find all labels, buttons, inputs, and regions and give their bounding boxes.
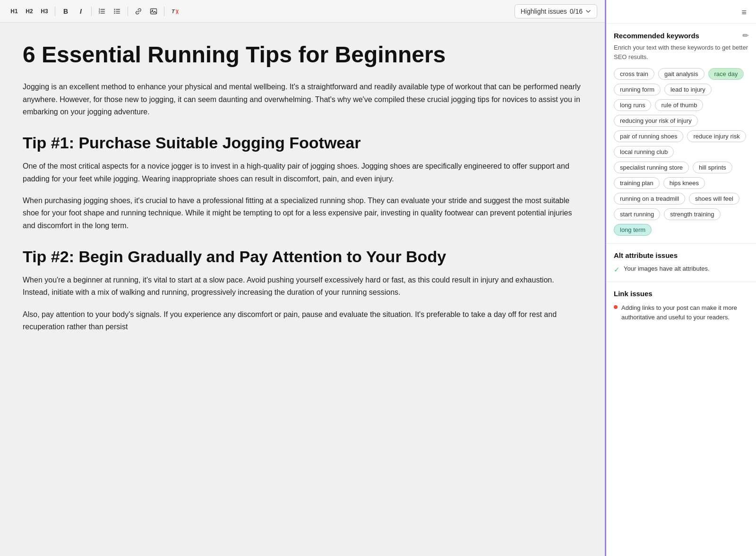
svg-rect-8 <box>116 13 120 14</box>
svg-rect-2 <box>101 13 105 14</box>
svg-point-10 <box>114 10 115 11</box>
keyword-tag[interactable]: reducing your risk of injury <box>614 115 698 127</box>
svg-rect-1 <box>101 11 105 12</box>
keyword-tag[interactable]: local running club <box>614 146 674 158</box>
toolbar: H1 H2 H3 B I 1. 2. 3. <box>0 0 605 23</box>
toolbar-left: H1 H2 H3 B I 1. 2. 3. <box>8 5 181 18</box>
link-issues-section: Link issues Adding links to your post ca… <box>606 282 756 329</box>
link-issue-text: Adding links to your post can make it mo… <box>621 303 748 322</box>
italic-button[interactable]: I <box>74 5 87 18</box>
h1-button[interactable]: H1 <box>8 5 21 18</box>
svg-point-11 <box>114 12 115 13</box>
keyword-tag[interactable]: specialist running store <box>614 162 689 173</box>
image-button[interactable] <box>147 5 160 18</box>
ordered-list-button[interactable]: 1. 2. 3. <box>95 5 109 18</box>
chevron-down-icon <box>585 9 591 14</box>
sidebar-menu-button[interactable]: ≡ <box>739 6 748 19</box>
keyword-tag[interactable]: rule of thumb <box>655 99 703 111</box>
toolbar-divider-3 <box>128 7 128 16</box>
link-issues-title: Link issues <box>614 290 748 298</box>
keywords-container: cross traingait analysisrace dayrunning … <box>614 68 748 236</box>
keyword-tag[interactable]: lead to injury <box>664 84 712 95</box>
keyword-tag[interactable]: reduce injury risk <box>687 130 746 142</box>
alt-issue-text: Your images have alt attributes. <box>624 265 710 272</box>
keyword-tag[interactable]: cross train <box>614 68 654 80</box>
alt-issue-item: ✓ Your images have alt attributes. <box>614 265 748 274</box>
highlight-issues-label: Highlight issues <box>521 8 567 15</box>
svg-rect-6 <box>116 9 120 10</box>
keyword-tag[interactable]: hips knees <box>663 177 705 189</box>
link-issue-item: Adding links to your post can make it mo… <box>614 303 748 322</box>
keyword-tag[interactable]: start running <box>614 208 660 220</box>
tip1-heading: Tip #1: Purchase Suitable Jogging Footwe… <box>23 133 582 153</box>
tip2-p2: Also, pay attention to your body's signa… <box>23 308 582 334</box>
h2-button[interactable]: H2 <box>23 5 36 18</box>
keyword-tag[interactable]: shoes will feel <box>689 193 739 205</box>
svg-point-9 <box>114 9 115 9</box>
keywords-section-desc: Enrich your text with these keywords to … <box>614 43 748 61</box>
edit-icon[interactable]: ✏ <box>742 31 748 40</box>
keyword-tag[interactable]: strength training <box>664 208 720 220</box>
tip1-p2: When purchasing jogging shoes, it's cruc… <box>23 195 582 232</box>
editor-content[interactable]: 6 Essential Running Tips for Beginners J… <box>0 23 605 556</box>
keyword-tag[interactable]: running form <box>614 84 661 95</box>
bold-button[interactable]: B <box>59 5 72 18</box>
keyword-tag[interactable]: race day <box>708 68 744 80</box>
article-title: 6 Essential Running Tips for Beginners <box>23 42 582 68</box>
sidebar-header: ≡ <box>606 0 756 24</box>
error-dot-icon <box>614 305 618 309</box>
tip2-heading: Tip #2: Begin Gradually and Pay Attentio… <box>23 247 582 266</box>
toolbar-divider-2 <box>91 7 92 16</box>
h3-button[interactable]: H3 <box>38 5 51 18</box>
keyword-tag[interactable]: gait analysis <box>658 68 704 80</box>
keywords-title-text: Recommended keywords <box>614 32 699 40</box>
keywords-section: Recommended keywords ✏ Enrich your text … <box>606 24 756 244</box>
keyword-tag[interactable]: long term <box>614 224 652 236</box>
svg-rect-0 <box>101 9 105 10</box>
link-button[interactable] <box>132 5 145 18</box>
svg-text:T: T <box>172 9 175 14</box>
alt-issues-section: Alt attribute issues ✓ Your images have … <box>606 244 756 282</box>
tip2-p1: When you're a beginner at running, it's … <box>23 274 582 299</box>
intro-paragraph: Jogging is an excellent method to enhanc… <box>23 81 582 118</box>
svg-text:3.: 3. <box>99 12 101 14</box>
editor-wrapper: H1 H2 H3 B I 1. 2. 3. <box>0 0 605 556</box>
keyword-tag[interactable]: long runs <box>614 99 651 111</box>
svg-point-13 <box>152 9 153 11</box>
alt-issues-title: Alt attribute issues <box>614 251 748 259</box>
svg-rect-7 <box>116 11 120 12</box>
clear-format-button[interactable]: T <box>168 5 181 18</box>
keyword-tag[interactable]: hill sprints <box>693 162 732 173</box>
check-icon: ✓ <box>614 265 620 274</box>
toolbar-divider-4 <box>164 7 164 16</box>
tip1-p1: One of the most critical aspects for a n… <box>23 160 582 185</box>
unordered-list-button[interactable] <box>111 5 124 18</box>
keywords-section-title: Recommended keywords ✏ <box>614 31 748 40</box>
sidebar: ≡ Recommended keywords ✏ Enrich your tex… <box>605 0 756 556</box>
keyword-tag[interactable]: running on a treadmill <box>614 193 685 205</box>
highlight-issues-button[interactable]: Highlight issues 0/16 <box>515 4 597 18</box>
highlight-issues-count: 0/16 <box>570 8 583 15</box>
keyword-tag[interactable]: training plan <box>614 177 660 189</box>
keyword-tag[interactable]: pair of running shoes <box>614 130 683 142</box>
svg-rect-12 <box>151 9 157 14</box>
toolbar-divider-1 <box>55 7 55 16</box>
